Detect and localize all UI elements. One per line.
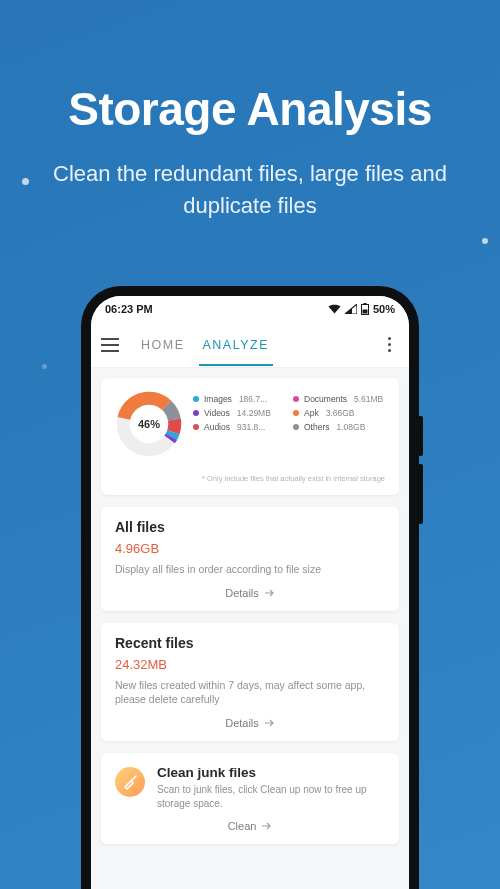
battery-percent: 50% <box>373 303 395 315</box>
legend-dot <box>193 424 199 430</box>
promo-background: Storage Analysis Clean the redundant fil… <box>0 0 500 889</box>
tab-bar: HOME ANALYZE <box>139 324 379 366</box>
decorative-dot <box>42 364 47 369</box>
svg-rect-2 <box>362 310 367 314</box>
recent-files-card[interactable]: Recent files 24.32MB New files created w… <box>101 623 399 741</box>
arrow-right-icon <box>262 822 272 830</box>
arrow-right-icon <box>265 719 275 727</box>
overflow-menu-icon[interactable] <box>379 337 399 352</box>
phone-side-button <box>419 464 423 524</box>
decorative-dot <box>482 238 488 244</box>
donut-center-label: 46% <box>115 390 183 458</box>
card-title: All files <box>115 519 385 535</box>
legend-item: Audios931.8... <box>193 422 285 432</box>
legend-item: Documents5.61MB <box>293 394 385 404</box>
promo-title: Storage Analysis <box>0 0 500 136</box>
card-title: Clean junk files <box>157 765 385 780</box>
legend-dot <box>193 410 199 416</box>
legend: Images186.7... Documents5.61MB Videos14.… <box>193 390 385 432</box>
wifi-icon <box>328 304 341 314</box>
battery-icon <box>361 303 369 315</box>
tab-analyze[interactable]: ANALYZE <box>201 324 272 366</box>
promo-subtitle: Clean the redundant files, large files a… <box>0 158 500 222</box>
app-bar: HOME ANALYZE <box>91 322 409 368</box>
arrow-right-icon <box>265 589 275 597</box>
phone-frame: 06:23 PM 50% HOME ANALYZE <box>81 286 419 889</box>
status-time: 06:23 PM <box>105 303 153 315</box>
card-size: 24.32MB <box>115 657 385 672</box>
phone-side-button <box>419 416 423 456</box>
storage-donut-chart: 46% <box>115 390 183 458</box>
card-title: Recent files <box>115 635 385 651</box>
card-size: 4.96GB <box>115 541 385 556</box>
tab-home[interactable]: HOME <box>139 324 187 366</box>
status-bar: 06:23 PM 50% <box>91 296 409 322</box>
menu-icon[interactable] <box>101 333 125 357</box>
card-description: New files created within 7 days, may aff… <box>115 678 385 707</box>
all-files-card[interactable]: All files 4.96GB Display all files in or… <box>101 507 399 611</box>
legend-item: Others1.08GB <box>293 422 385 432</box>
signal-icon <box>345 304 357 314</box>
chart-disclaimer: * Only include files that actually exist… <box>115 474 385 483</box>
decorative-dot <box>22 178 29 185</box>
details-button[interactable]: Details <box>115 587 385 599</box>
broom-icon <box>115 767 145 797</box>
legend-dot <box>293 410 299 416</box>
content-scroll[interactable]: 46% Images186.7... Documents5.61MB Video… <box>91 368 409 844</box>
status-right: 50% <box>328 303 395 315</box>
card-description: Display all files in order according to … <box>115 562 385 577</box>
storage-breakdown-card: 46% Images186.7... Documents5.61MB Video… <box>101 378 399 495</box>
legend-item: Images186.7... <box>193 394 285 404</box>
legend-dot <box>293 424 299 430</box>
legend-item: Videos14.29MB <box>193 408 285 418</box>
phone-screen: 06:23 PM 50% HOME ANALYZE <box>91 296 409 889</box>
legend-item: Apk3.66GB <box>293 408 385 418</box>
legend-dot <box>193 396 199 402</box>
legend-dot <box>293 396 299 402</box>
details-button[interactable]: Details <box>115 717 385 729</box>
clean-button[interactable]: Clean <box>115 820 385 832</box>
clean-junk-card[interactable]: Clean junk files Scan to junk files, cli… <box>101 753 399 844</box>
card-description: Scan to junk files, click Clean up now t… <box>157 783 385 810</box>
